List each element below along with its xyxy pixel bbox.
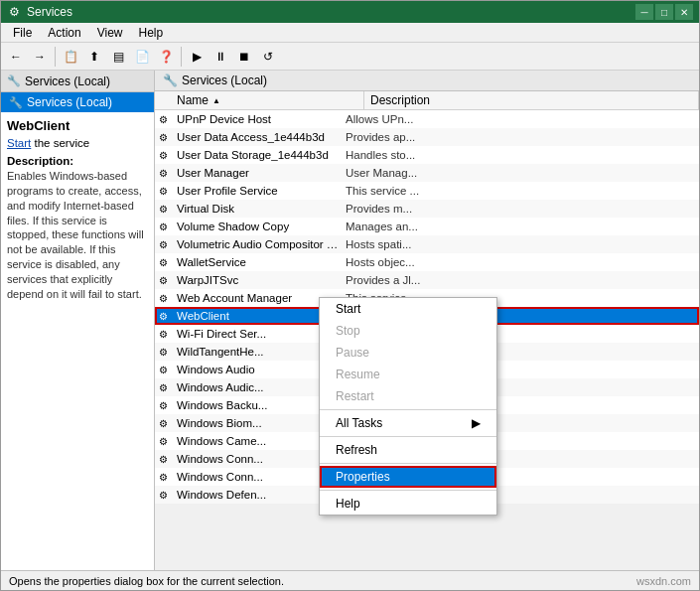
menu-view[interactable]: View xyxy=(89,24,131,42)
left-nav-panel: 🔧 Services (Local) 🔧 Services (Local) We… xyxy=(1,71,155,570)
context-menu: Start Stop Pause Resume Restart All Task… xyxy=(319,297,497,516)
row-icon: ⚙ xyxy=(155,114,171,125)
window-title: Services xyxy=(27,5,72,19)
ctx-sep-3 xyxy=(320,463,496,464)
restart-service-button[interactable]: ↺ xyxy=(257,46,279,68)
service-desc: Provides ap... xyxy=(342,131,699,143)
pause-service-button[interactable]: ⏸ xyxy=(210,46,231,68)
services-panel-icon: 🔧 xyxy=(163,74,178,87)
service-desc: Provides a Jl... xyxy=(342,274,699,286)
ctx-help[interactable]: Help xyxy=(320,493,496,515)
app-icon: ⚙ xyxy=(7,5,21,19)
service-name: Windows Biom... xyxy=(173,417,342,429)
service-name: Wi-Fi Direct Ser... xyxy=(173,328,342,340)
desc-label: Description: xyxy=(7,155,148,167)
start-service-button[interactable]: ▶ xyxy=(186,46,208,68)
service-name: Volume Shadow Copy xyxy=(173,221,342,232)
row-icon: ⚙ xyxy=(155,132,171,143)
maximize-button[interactable]: □ xyxy=(655,4,673,20)
service-name: Windows Audio xyxy=(173,364,342,375)
ctx-sep-2 xyxy=(320,436,496,437)
tree-item-label: Services (Local) xyxy=(27,95,112,109)
name-col-label: Name xyxy=(177,93,209,107)
menu-action[interactable]: Action xyxy=(40,24,88,42)
ctx-resume: Resume xyxy=(320,364,496,385)
table-row[interactable]: ⚙ User Manager User Manag... xyxy=(155,164,699,182)
start-service-link[interactable]: Start xyxy=(7,137,31,149)
table-row[interactable]: ⚙ WarpJITSvc Provides a Jl... xyxy=(155,271,699,289)
service-desc: Hosts spati... xyxy=(342,238,699,250)
service-name: WarpJITSvc xyxy=(173,274,342,286)
ctx-sep-4 xyxy=(320,490,496,491)
back-button[interactable]: ← xyxy=(5,46,27,68)
content-area: 🔧 Services (Local) 🔧 Services (Local) We… xyxy=(1,71,699,570)
toolbar-sep-1 xyxy=(55,47,56,67)
toolbar: ← → 📋 ⬆ ▤ 📄 ❓ ▶ ⏸ ⏹ ↺ xyxy=(1,43,699,71)
submenu-arrow-icon: ▶ xyxy=(472,416,481,430)
service-description: Enables Windows-based programs to create… xyxy=(7,169,148,302)
table-row[interactable]: ⚙ WalletService Hosts objec... xyxy=(155,253,699,271)
table-row[interactable]: ⚙ User Data Access_1e444b3d Provides ap.… xyxy=(155,128,699,146)
row-icon: ⚙ xyxy=(155,400,171,411)
ctx-all-tasks[interactable]: All Tasks ▶ xyxy=(320,412,496,434)
watermark: wsxdn.com xyxy=(636,575,691,587)
tree-item-services-local[interactable]: 🔧 Services (Local) xyxy=(1,92,154,112)
app-window: ⚙ Services ─ □ ✕ File Action View Help ←… xyxy=(0,0,700,591)
row-icon: ⚙ xyxy=(155,222,171,232)
service-detail-panel: WebClient Start the service Description:… xyxy=(1,112,154,308)
row-icon: ⚙ xyxy=(155,168,171,179)
service-action-line: Start the service xyxy=(7,137,148,149)
row-icon: ⚙ xyxy=(155,490,171,501)
service-desc: Handles sto... xyxy=(342,149,699,161)
minimize-button[interactable]: ─ xyxy=(635,4,653,20)
left-nav-title: Services (Local) xyxy=(25,74,110,88)
service-name: Windows Came... xyxy=(173,435,342,447)
service-desc: User Manag... xyxy=(342,167,699,179)
service-name: Windows Audic... xyxy=(173,381,342,393)
ctx-all-tasks-label: All Tasks xyxy=(336,416,382,430)
service-name: User Profile Service xyxy=(173,185,342,197)
table-row[interactable]: ⚙ Virtual Disk Provides m... xyxy=(155,200,699,218)
ctx-refresh[interactable]: Refresh xyxy=(320,439,496,461)
row-icon: ⚙ xyxy=(155,436,171,447)
row-icon: ⚙ xyxy=(155,311,171,322)
help-toolbar-button[interactable]: ❓ xyxy=(155,46,177,68)
service-name: WebClient xyxy=(173,310,342,322)
service-desc: This service ... xyxy=(342,185,699,197)
ctx-properties[interactable]: Properties xyxy=(320,466,496,488)
table-row[interactable]: ⚙ Volumetric Audio Compositor Service Ho… xyxy=(155,235,699,253)
close-button[interactable]: ✕ xyxy=(675,4,693,20)
service-name: Volumetric Audio Compositor Service xyxy=(173,238,342,250)
table-row[interactable]: ⚙ User Profile Service This service ... xyxy=(155,182,699,200)
row-icon: ⚙ xyxy=(155,239,171,250)
forward-button[interactable]: → xyxy=(29,46,51,68)
show-action-pane-button[interactable]: ▤ xyxy=(107,46,129,68)
up-button[interactable]: ⬆ xyxy=(83,46,105,68)
title-bar-buttons: ─ □ ✕ xyxy=(635,4,693,20)
menu-file[interactable]: File xyxy=(5,24,40,42)
properties-button[interactable]: 📄 xyxy=(131,46,153,68)
sort-arrow-icon: ▲ xyxy=(212,96,220,105)
table-row[interactable]: ⚙ User Data Storage_1e444b3d Handles sto… xyxy=(155,146,699,164)
stop-service-button[interactable]: ⏹ xyxy=(233,46,255,68)
table-row[interactable]: ⚙ UPnP Device Host Allows UPn... xyxy=(155,110,699,128)
row-icon: ⚙ xyxy=(155,472,171,483)
service-desc: Allows UPn... xyxy=(342,113,699,125)
service-name: Web Account Manager xyxy=(173,292,342,304)
service-name: Windows Conn... xyxy=(173,453,342,465)
row-icon: ⚙ xyxy=(155,365,171,375)
service-desc: Hosts objec... xyxy=(342,256,699,268)
ctx-start[interactable]: Start xyxy=(320,298,496,320)
row-icon: ⚙ xyxy=(155,150,171,161)
ctx-restart: Restart xyxy=(320,385,496,407)
service-name: WildTangentHe... xyxy=(173,346,342,358)
desc-col-header[interactable]: Description xyxy=(364,91,699,109)
desc-col-label: Description xyxy=(370,93,430,107)
right-services-panel: 🔧 Services (Local) Name ▲ Description ⚙ xyxy=(155,71,699,570)
name-col-header[interactable]: Name ▲ xyxy=(171,91,364,109)
table-row[interactable]: ⚙ Volume Shadow Copy Manages an... xyxy=(155,218,699,235)
show-console-tree-button[interactable]: 📋 xyxy=(60,46,81,68)
service-name: Virtual Disk xyxy=(173,203,342,215)
menu-help[interactable]: Help xyxy=(131,24,172,42)
service-name: User Data Storage_1e444b3d xyxy=(173,149,342,161)
